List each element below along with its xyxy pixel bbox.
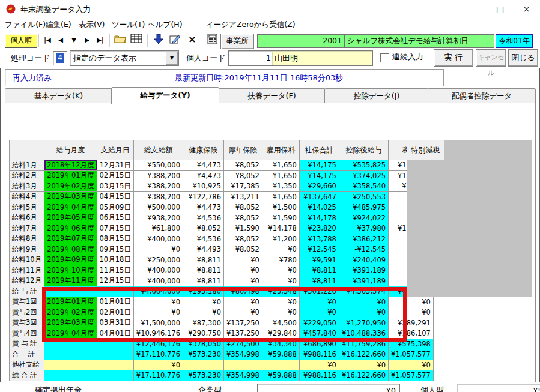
cell-gross[interactable]: ¥400,000 [133, 265, 183, 276]
cell-month[interactable]: 2019年10月度 [44, 265, 97, 276]
cell-employ[interactable]: ¥1,500 [262, 202, 299, 213]
cell-pension[interactable]: ¥8,052 [224, 202, 262, 213]
cell-gross[interactable]: ¥388,200 [133, 170, 183, 181]
cell-pension[interactable]: ¥0 [224, 276, 262, 286]
cell-employ[interactable]: ¥1,350 [262, 181, 299, 192]
corporate-pension-input[interactable]: ¥0 [257, 384, 400, 392]
cell-gross[interactable]: ¥250,000 [133, 255, 183, 265]
cell-date[interactable] [97, 360, 133, 370]
cell-after[interactable]: ¥924,022 [339, 213, 388, 223]
cell-pension[interactable]: ¥1,590 [224, 223, 262, 234]
tab-spouse-deduction-data[interactable]: 配偶者控除データ [428, 88, 536, 103]
cell-employ[interactable]: ¥1,650 [262, 191, 299, 202]
cell-after[interactable]: ¥358,540 [339, 181, 388, 192]
menu-receive-zero[interactable]: イージアZeroから受信(Z) [206, 20, 296, 30]
cell-social[interactable]: ¥14,178 [299, 213, 339, 223]
cell-social[interactable]: ¥137,647 [299, 191, 339, 202]
cell-social[interactable]: ¥12,545 [299, 244, 339, 255]
cell-health[interactable]: ¥4,473 [183, 170, 224, 181]
cell-gross[interactable]: ¥17,110,776 [133, 349, 183, 360]
cell-health[interactable]: ¥8,811 [183, 255, 224, 265]
cell-date[interactable]: 03月15日 [97, 181, 133, 192]
personal-code-input[interactable]: 1 [228, 50, 275, 66]
cell-date[interactable]: 04月15日 [97, 191, 133, 202]
cell-after[interactable]: ¥250,553 [339, 191, 388, 202]
cell-pension[interactable]: ¥8,052 [224, 244, 262, 255]
office-button[interactable]: 事業所 [220, 34, 254, 49]
cell-after[interactable]: ¥16,122,660 [339, 370, 388, 381]
cell-pension[interactable]: ¥0 [224, 265, 262, 276]
cell-gross[interactable]: ¥61,800 [133, 223, 183, 234]
download-arrow-icon[interactable] [151, 34, 166, 47]
cell-after[interactable]: -¥12,545 [339, 244, 388, 255]
cell-pension[interactable]: ¥354,998 [224, 370, 262, 381]
record-dropdown-button[interactable]: ▼ [67, 35, 80, 46]
cell-gross[interactable]: ¥550,000 [133, 160, 183, 171]
cell-date[interactable]: 12月15日 [97, 276, 133, 286]
cell-month[interactable] [44, 360, 97, 370]
cell-month[interactable]: 2019年01月度 [44, 170, 97, 181]
cell-month[interactable]: 2019年11月度 [44, 276, 97, 286]
menu-tools[interactable]: ツール(T) [112, 20, 145, 30]
cell-health[interactable] [183, 360, 224, 370]
process-code-input[interactable]: 4 [53, 51, 67, 65]
cell-month[interactable]: 2019年07月度 [44, 234, 97, 244]
menu-view[interactable]: 表示(V) [79, 20, 105, 30]
cell-social[interactable]: ¥14,175 [299, 160, 339, 171]
cell-pension[interactable]: ¥0 [224, 255, 262, 265]
cell-pension[interactable]: ¥354,998 [224, 349, 262, 360]
cell-month[interactable]: 2019年02月度 [44, 181, 97, 192]
cell-gross[interactable]: ¥400,000 [133, 234, 183, 244]
cell-employ[interactable]: ¥1,200 [262, 234, 299, 244]
cell-gross[interactable]: ¥938,200 [133, 213, 183, 223]
cell-date[interactable]: 12月31日 [97, 160, 133, 171]
cell-employ[interactable]: ¥1,590 [262, 213, 299, 223]
cell-after[interactable]: ¥391,189 [339, 265, 388, 276]
individual-pension-input[interactable]: ¥50,000 [457, 384, 540, 392]
office-code-field[interactable]: 2001 [257, 34, 346, 48]
cell-month[interactable]: 2019年03月度 [44, 191, 97, 202]
cell-after[interactable]: ¥535,825 [339, 160, 388, 171]
next-record-button[interactable]: ▶ [80, 35, 94, 46]
chevron-down-icon[interactable]: ▼ [166, 52, 178, 65]
cell-month[interactable] [44, 370, 97, 381]
cell-after[interactable]: ¥16,122,660 [339, 349, 388, 360]
cell-month[interactable] [44, 349, 97, 360]
cell-health[interactable]: ¥4,473 [183, 160, 224, 171]
cell-date[interactable] [97, 349, 133, 360]
edit-record-icon[interactable] [168, 34, 183, 47]
cell-social[interactable]: ¥9,591 [299, 255, 339, 265]
cell-health[interactable]: ¥8,811 [183, 265, 224, 276]
cell-after[interactable]: ¥485,975 [339, 202, 388, 213]
cell-pension[interactable]: ¥17,385 [224, 181, 262, 192]
prev-record-button[interactable]: ◀ [54, 35, 67, 46]
cell-pension[interactable]: ¥13,211 [224, 191, 262, 202]
cell-gross[interactable]: ¥388,200 [133, 181, 183, 192]
cell-pension[interactable]: ¥8,052 [224, 213, 262, 223]
delete-record-icon[interactable]: × [185, 34, 199, 47]
cell-after[interactable]: ¥37,980 [339, 223, 388, 234]
cell-health[interactable]: ¥8,052 [183, 223, 224, 234]
cell-health[interactable]: ¥4,536 [183, 213, 224, 223]
cell-social[interactable]: ¥988,116 [299, 370, 339, 381]
tab-basic-data[interactable]: 基本データ(K) [5, 88, 112, 103]
minimize-button[interactable]: – [460, 0, 487, 18]
cell-employ[interactable]: ¥1,650 [262, 170, 299, 181]
cell-tax[interactable]: ¥1,057,577 [389, 349, 434, 360]
cell-employ[interactable]: ¥59,888 [262, 370, 299, 381]
last-record-button[interactable]: ▶| [94, 35, 107, 46]
cell-date[interactable]: 06月15日 [97, 213, 133, 223]
cell-employ[interactable]: ¥59,888 [262, 349, 299, 360]
cancel-button[interactable]: キャンセル [476, 49, 506, 67]
cell-tax[interactable]: ¥0 [389, 360, 434, 370]
cell-employ[interactable]: ¥0 [262, 276, 299, 286]
cell-pension[interactable]: ¥8,052 [224, 234, 262, 244]
cell-after[interactable]: ¥386,212 [339, 234, 388, 244]
cell-month[interactable]: 2019年08月度 [44, 244, 97, 255]
tab-salary-data[interactable]: 給与データ(Y) [111, 87, 219, 104]
cell-date[interactable]: 02月15日 [97, 170, 133, 181]
calculator-icon[interactable] [205, 34, 219, 47]
cell-social[interactable]: ¥8,811 [299, 276, 339, 286]
maximize-button[interactable]: □ [487, 0, 514, 18]
cell-date[interactable] [97, 370, 133, 381]
